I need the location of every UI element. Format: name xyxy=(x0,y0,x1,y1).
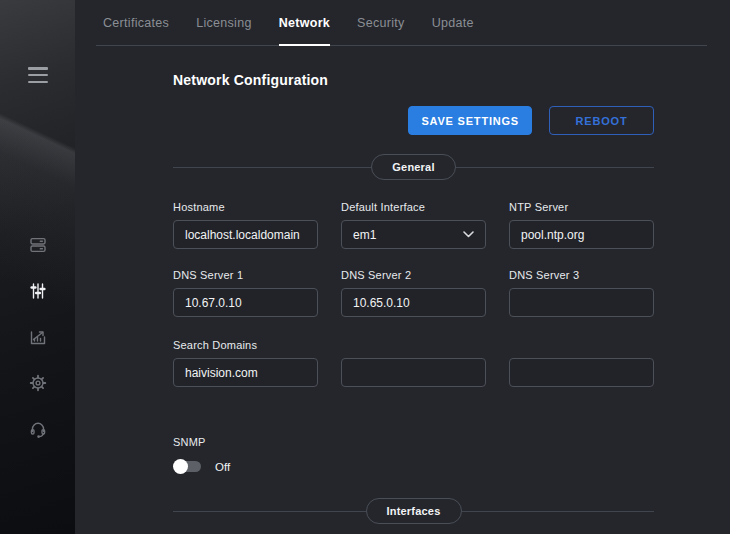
dns1-input[interactable] xyxy=(173,288,318,317)
servers-icon xyxy=(28,235,48,255)
search-domains-extra1-group xyxy=(341,358,486,387)
default-interface-select[interactable]: em1 xyxy=(341,220,486,249)
chevron-down-icon xyxy=(463,231,474,238)
general-section-divider: General xyxy=(173,154,654,180)
form-row-1: Hostname Default Interface em1 NTP Serve… xyxy=(173,201,654,249)
sidebar xyxy=(0,0,75,534)
search-domains-input-2[interactable] xyxy=(341,358,486,387)
search-domains-field-group: Search Domains xyxy=(173,339,318,387)
reboot-button[interactable]: REBOOT xyxy=(549,106,654,135)
dns1-field-group: DNS Server 1 xyxy=(173,269,318,317)
action-buttons: SAVE SETTINGS REBOOT xyxy=(173,106,654,135)
gear-icon xyxy=(28,373,48,393)
tab-bar: Certificates Licensing Network Security … xyxy=(75,0,730,46)
network-config-panel: Network Configuration SAVE SETTINGS REBO… xyxy=(173,46,654,524)
divider-line xyxy=(173,511,366,512)
sidebar-item-settings[interactable] xyxy=(0,268,75,314)
dns2-field-group: DNS Server 2 xyxy=(341,269,486,317)
snmp-state-text: Off xyxy=(215,461,230,473)
sidebar-item-servers[interactable] xyxy=(0,222,75,268)
dns3-field-group: DNS Server 3 xyxy=(509,269,654,317)
divider-line xyxy=(173,167,371,168)
tab-network[interactable]: Network xyxy=(279,0,330,46)
dns3-label: DNS Server 3 xyxy=(509,269,654,281)
interfaces-section-pill: Interfaces xyxy=(366,498,462,524)
sliders-icon xyxy=(28,281,48,301)
snmp-toggle[interactable] xyxy=(173,459,201,474)
menu-icon[interactable] xyxy=(28,67,48,83)
search-domains-input-3[interactable] xyxy=(509,358,654,387)
app-window: Certificates Licensing Network Security … xyxy=(0,0,730,534)
general-section-pill: General xyxy=(371,154,455,180)
divider-line xyxy=(462,511,655,512)
ntp-server-field-group: NTP Server xyxy=(509,201,654,249)
default-interface-field-group: Default Interface em1 xyxy=(341,201,486,249)
snmp-toggle-row: Off xyxy=(173,459,654,474)
page-title: Network Configuration xyxy=(173,72,654,88)
search-domains-extra2-group xyxy=(509,358,654,387)
chart-icon xyxy=(28,327,48,347)
tab-security[interactable]: Security xyxy=(357,0,405,46)
sidebar-item-system[interactable] xyxy=(0,360,75,406)
sidebar-item-support[interactable] xyxy=(0,406,75,452)
dns3-input[interactable] xyxy=(509,288,654,317)
default-interface-value: em1 xyxy=(353,228,376,242)
dns1-label: DNS Server 1 xyxy=(173,269,318,281)
hostname-input[interactable] xyxy=(173,220,318,249)
tab-licensing[interactable]: Licensing xyxy=(196,0,252,46)
save-settings-button[interactable]: SAVE SETTINGS xyxy=(408,106,532,135)
snmp-label: SNMP xyxy=(173,436,654,448)
hostname-label: Hostname xyxy=(173,201,318,213)
interfaces-section-divider: Interfaces xyxy=(173,498,654,524)
search-domains-label: Search Domains xyxy=(173,339,318,351)
dns2-label: DNS Server 2 xyxy=(341,269,486,281)
tab-certificates[interactable]: Certificates xyxy=(103,0,169,46)
tab-update[interactable]: Update xyxy=(432,0,474,46)
form-row-2: DNS Server 1 DNS Server 2 DNS Server 3 xyxy=(173,269,654,317)
hostname-field-group: Hostname xyxy=(173,201,318,249)
divider-line xyxy=(456,167,654,168)
ntp-server-input[interactable] xyxy=(509,220,654,249)
headset-icon xyxy=(28,419,48,439)
main-panel: Certificates Licensing Network Security … xyxy=(75,0,730,534)
ntp-server-label: NTP Server xyxy=(509,201,654,213)
sidebar-nav xyxy=(0,222,75,452)
toggle-knob xyxy=(173,459,188,474)
default-interface-label: Default Interface xyxy=(341,201,486,213)
form-row-3: Search Domains xyxy=(173,339,654,387)
dns2-input[interactable] xyxy=(341,288,486,317)
search-domains-input[interactable] xyxy=(173,358,318,387)
sidebar-item-reports[interactable] xyxy=(0,314,75,360)
